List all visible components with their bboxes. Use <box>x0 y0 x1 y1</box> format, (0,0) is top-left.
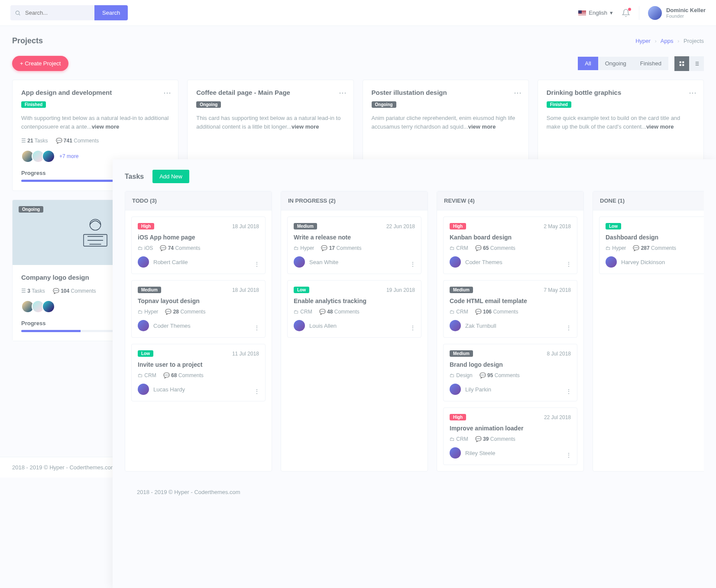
task-comments: 💬 74 Comments <box>160 245 200 251</box>
column-body: Medium22 Jun 2018Write a release note🗀 H… <box>281 210 428 344</box>
search-icon <box>10 10 25 16</box>
task-comments: 💬 65 Comments <box>475 245 515 251</box>
task-project: 🗀 Hyper <box>138 309 158 315</box>
task-meta: 🗀 CRM💬 106 Comments <box>450 309 571 315</box>
view-more-link[interactable]: view more <box>646 123 674 130</box>
search-box: Search <box>10 5 128 20</box>
create-project-button[interactable]: + Create Project <box>12 56 68 71</box>
breadcrumb-link[interactable]: Hyper <box>635 38 651 44</box>
task-title: Kanban board design <box>450 234 571 241</box>
card-menu-icon[interactable]: ⋯ <box>163 88 171 97</box>
chevron-down-icon: ▾ <box>610 10 613 16</box>
task-card[interactable]: High18 Jul 2018iOS App home page🗀 iOS💬 7… <box>131 216 266 274</box>
task-menu-icon[interactable]: ⋮ <box>410 324 416 331</box>
filter-all[interactable]: All <box>578 57 598 70</box>
task-title: Dashboard design <box>606 234 704 241</box>
filter-ongoing[interactable]: Ongoing <box>598 57 633 70</box>
breadcrumb-link[interactable]: Apps <box>661 38 674 44</box>
task-menu-icon[interactable]: ⋮ <box>566 324 572 331</box>
task-project: 🗀 Hyper <box>294 245 314 251</box>
column-body: High2 May 2018Kanban board design🗀 CRM💬 … <box>437 210 583 350</box>
task-comments: 💬 106 Comments <box>475 309 518 315</box>
avatar <box>294 256 305 268</box>
status-badge: Finished <box>21 101 46 108</box>
task-card[interactable]: Low19 Jun 2018Enable analytics tracking🗀… <box>287 280 421 338</box>
task-comments: 💬 17 Comments <box>321 245 361 251</box>
svg-line-1 <box>19 14 20 15</box>
avatar <box>606 256 617 268</box>
column-header: IN PROGRESS (2) <box>281 191 428 210</box>
svg-rect-5 <box>682 64 684 66</box>
search-input[interactable] <box>25 5 94 20</box>
assignee-name: Coder Themes <box>153 323 191 329</box>
task-card[interactable]: Low11 Jul 2018Invite user to a project🗀 … <box>131 344 266 350</box>
user-name: Dominic Keller <box>666 7 706 13</box>
avatar <box>450 320 461 331</box>
svg-rect-3 <box>682 61 684 63</box>
page-title: Projects <box>12 36 43 45</box>
task-card[interactable]: Medium8 Jul 2018Brand logo design🗀 Desig… <box>443 344 577 350</box>
search-button[interactable]: Search <box>94 5 128 20</box>
task-card[interactable]: LowDashboard design🗀 Hyper💬 287 Comments… <box>599 216 704 274</box>
task-title: Code HTML email template <box>450 297 571 304</box>
task-card[interactable]: Medium18 Jul 2018Topnav layout design🗀 H… <box>131 280 266 338</box>
task-date: 22 Jun 2018 <box>386 223 415 229</box>
more-members-link[interactable]: +7 more <box>59 153 78 159</box>
filter-group: All Ongoing Finished <box>578 57 668 70</box>
assignee-name: Coder Themes <box>465 259 502 265</box>
comments-count: 💬 741 Comments <box>56 138 99 144</box>
notifications-button[interactable] <box>622 9 630 17</box>
avatar <box>294 320 305 331</box>
task-menu-icon[interactable]: ⋮ <box>254 261 260 268</box>
kanban-column: DONE (1)LowDashboard design🗀 Hyper💬 287 … <box>593 191 704 350</box>
task-menu-icon[interactable]: ⋮ <box>254 324 260 331</box>
flag-icon <box>578 10 586 16</box>
card-menu-icon[interactable]: ⋯ <box>689 88 697 97</box>
priority-badge: Low <box>606 223 621 229</box>
filter-finished[interactable]: Finished <box>633 57 668 70</box>
view-more-link[interactable]: view more <box>468 123 496 130</box>
task-title: iOS App home page <box>138 234 259 241</box>
task-title: Topnav layout design <box>138 297 259 304</box>
task-date: 7 May 2018 <box>544 287 571 293</box>
kanban-column: REVIEW (4)High2 May 2018Kanban board des… <box>437 191 584 350</box>
task-date: 19 Jun 2018 <box>386 287 415 293</box>
assignee-name: Robert Carlile <box>153 259 188 265</box>
column-header: TODO (3) <box>125 191 272 210</box>
card-menu-icon[interactable]: ⋯ <box>514 88 522 97</box>
topbar: Search English ▾ Dominic Keller Founder <box>0 0 716 26</box>
project-description: This card has supporting text below as a… <box>196 114 344 131</box>
priority-badge: Medium <box>450 287 473 293</box>
tasks-title: Tasks <box>125 173 144 181</box>
card-menu-icon[interactable]: ⋯ <box>339 88 347 97</box>
notification-dot-icon <box>628 8 631 11</box>
list-view-button[interactable] <box>689 56 704 71</box>
task-meta: 🗀 Hyper💬 17 Comments <box>294 245 415 251</box>
task-menu-icon[interactable]: ⋮ <box>566 261 572 268</box>
task-title: Write a release note <box>294 234 415 241</box>
user-menu[interactable]: Dominic Keller Founder <box>639 6 706 20</box>
tasks-count: ☰ 21 Tasks <box>21 138 48 144</box>
task-comments: 💬 287 Comments <box>633 245 676 251</box>
view-more-link[interactable]: view more <box>92 123 120 130</box>
task-card[interactable]: Medium22 Jun 2018Write a release note🗀 H… <box>287 216 421 274</box>
task-assignee: Coder Themes <box>450 256 571 268</box>
kanban-column: TODO (3)High18 Jul 2018iOS App home page… <box>125 191 272 350</box>
avatar[interactable] <box>42 300 55 313</box>
task-menu-icon[interactable]: ⋮ <box>410 261 416 268</box>
language-selector[interactable]: English ▾ <box>578 10 613 16</box>
grid-view-button[interactable] <box>674 56 689 71</box>
project-title: Drinking bottle graphics <box>547 89 695 96</box>
task-card[interactable]: Medium7 May 2018Code HTML email template… <box>443 280 577 338</box>
add-task-button[interactable]: Add New <box>152 170 189 183</box>
avatar <box>450 256 461 268</box>
avatar[interactable] <box>42 150 55 163</box>
task-meta: 🗀 Hyper💬 287 Comments <box>606 245 704 251</box>
task-project: 🗀 iOS <box>138 245 153 251</box>
language-label: English <box>589 10 607 16</box>
task-card[interactable]: High2 May 2018Kanban board design🗀 CRM💬 … <box>443 216 577 274</box>
view-more-link[interactable]: view more <box>292 123 319 130</box>
project-description: Some quick example text to build on the … <box>547 114 695 131</box>
status-badge: Ongoing <box>196 101 221 108</box>
task-comments: 💬 48 Comments <box>319 309 360 315</box>
